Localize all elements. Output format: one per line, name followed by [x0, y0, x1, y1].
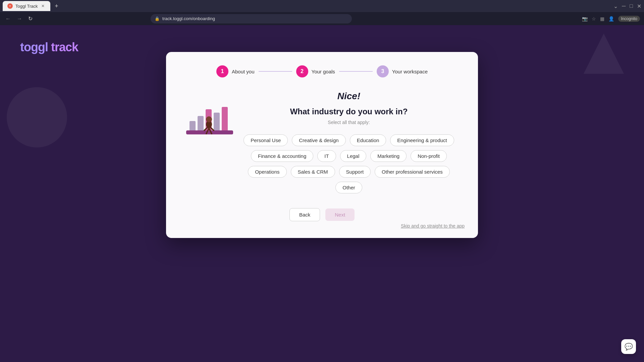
incognito-badge: Incognito	[618, 16, 640, 22]
step-1-circle: 1	[216, 65, 228, 77]
industry-tag-operations[interactable]: Operations	[248, 166, 286, 178]
camera-icon[interactable]: 📷	[582, 16, 588, 21]
industry-tag-engineering-product[interactable]: Engineering & product	[390, 134, 454, 146]
browser-chrome: T Toggl Track ✕ + ⌄ ─ □ ✕ ← → ↻ 🔒 track.…	[0, 0, 644, 25]
close-window-icon[interactable]: ✕	[637, 3, 641, 9]
profile-icon[interactable]: 👤	[608, 16, 614, 21]
step-1-label: About you	[232, 69, 255, 74]
logo: toggl track	[20, 40, 78, 54]
tab-bar-controls: ⌄ ─ □ ✕	[613, 3, 641, 9]
chat-icon: 💬	[625, 343, 633, 351]
tab-favicon: T	[7, 3, 13, 9]
industry-question: What industry do you work in?	[236, 107, 461, 116]
bg-decoration-circle	[7, 87, 67, 147]
industry-tag-support[interactable]: Support	[339, 166, 371, 178]
onboarding-modal: 1 About you 2 Your goals 3 Your workspac…	[166, 52, 478, 238]
step-line-2	[339, 71, 373, 72]
bottom-buttons: Back Next	[183, 208, 461, 221]
select-subtext: Select all that apply:	[236, 120, 461, 125]
industry-tag-legal[interactable]: Legal	[340, 150, 367, 162]
url-text: track.toggl.com/onboarding	[162, 16, 215, 21]
url-bar[interactable]: 🔒 track.toggl.com/onboarding	[151, 14, 352, 23]
address-bar: ← → ↻ 🔒 track.toggl.com/onboarding 📷 ☆ ▦…	[0, 12, 644, 25]
svg-rect-3	[214, 113, 220, 131]
step-3-label: Your workspace	[392, 69, 428, 74]
logo-text-main: toggl	[20, 40, 48, 54]
step-3-circle: 3	[377, 65, 389, 77]
back-button[interactable]: Back	[289, 208, 320, 221]
tab-close-button[interactable]: ✕	[40, 3, 46, 9]
step-1: 1 About you	[216, 65, 255, 77]
industry-tag-creative-design[interactable]: Creative & design	[292, 134, 345, 146]
tab-search-icon[interactable]: ⌄	[613, 3, 618, 9]
sidebar-toggle-icon[interactable]: ▦	[600, 16, 604, 21]
step-2: 2 Your goals	[296, 65, 335, 77]
logo-text-accent: track	[48, 40, 78, 54]
step-3: 3 Your workspace	[377, 65, 428, 77]
back-nav-button[interactable]: ←	[4, 14, 12, 23]
illustration	[183, 94, 236, 141]
industry-tag-education[interactable]: Education	[350, 134, 386, 146]
address-bar-right: 📷 ☆ ▦ 👤 Incognito	[582, 16, 640, 22]
tab-bar: T Toggl Track ✕ + ⌄ ─ □ ✕	[0, 0, 644, 12]
reload-button[interactable]: ↻	[27, 14, 34, 23]
industry-tag-other-professional[interactable]: Other professional services	[375, 166, 450, 178]
next-button[interactable]: Next	[325, 208, 355, 221]
industry-tags: Personal UseCreative & designEducationEn…	[236, 134, 461, 193]
modal-content: Nice! What industry do you work in? Sele…	[183, 91, 461, 201]
industry-tag-it[interactable]: IT	[317, 150, 336, 162]
svg-point-7	[206, 116, 212, 122]
step-2-label: Your goals	[312, 69, 335, 74]
lock-icon: 🔒	[155, 16, 160, 21]
bg-decoration-triangle	[584, 34, 624, 74]
tab-title: Toggl Track	[15, 4, 38, 9]
industry-tag-other[interactable]: Other	[335, 182, 362, 193]
active-tab[interactable]: T Toggl Track ✕	[3, 1, 50, 11]
industry-tag-sales-crm[interactable]: Sales & CRM	[291, 166, 335, 178]
industry-tag-finance-accounting[interactable]: Finance & accounting	[251, 150, 313, 162]
bookmark-icon[interactable]: ☆	[592, 16, 596, 21]
chat-widget-button[interactable]: 💬	[621, 339, 636, 354]
new-tab-button[interactable]: +	[52, 1, 61, 11]
svg-rect-4	[222, 107, 228, 131]
svg-rect-0	[190, 121, 196, 131]
restore-icon[interactable]: □	[630, 3, 633, 9]
nice-title: Nice!	[236, 91, 461, 102]
modal-main-content: Nice! What industry do you work in? Sele…	[236, 91, 461, 201]
industry-tag-non-profit[interactable]: Non-profit	[411, 150, 447, 162]
forward-nav-button[interactable]: →	[15, 14, 23, 23]
industry-tag-marketing[interactable]: Marketing	[370, 150, 407, 162]
minimize-icon[interactable]: ─	[622, 3, 626, 9]
step-2-circle: 2	[296, 65, 308, 77]
stepper: 1 About you 2 Your goals 3 Your workspac…	[183, 65, 461, 77]
step-line-1	[259, 71, 292, 72]
svg-rect-1	[198, 116, 204, 131]
skip-link[interactable]: Skip and go straight to the app	[401, 223, 465, 229]
industry-tag-personal-use[interactable]: Personal Use	[244, 134, 288, 146]
